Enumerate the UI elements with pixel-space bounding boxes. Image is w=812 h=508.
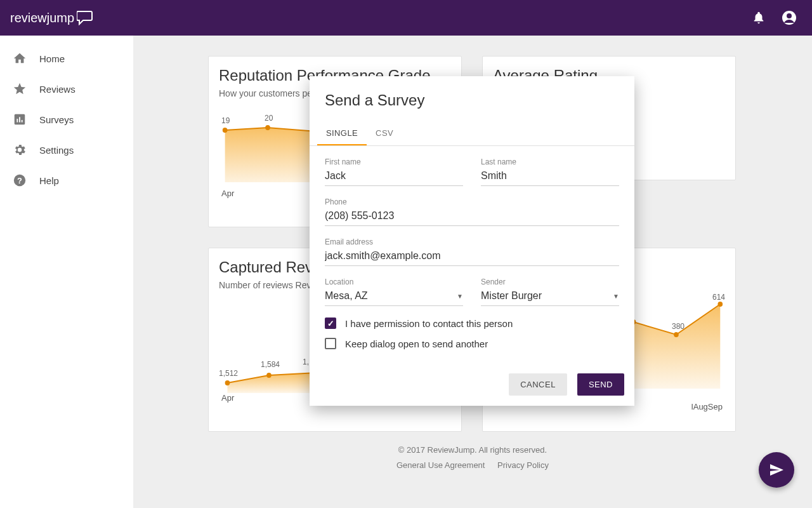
sidebar-item-label: Settings bbox=[39, 145, 74, 156]
account-icon bbox=[782, 10, 797, 25]
field-label: Email address bbox=[325, 237, 619, 246]
checkbox-icon bbox=[325, 338, 336, 349]
sidebar-item-settings[interactable]: Settings bbox=[0, 135, 133, 165]
svg-rect-5 bbox=[22, 120, 23, 123]
dialog-actions: CANCEL SEND bbox=[310, 366, 634, 406]
first-name-input[interactable] bbox=[325, 168, 463, 186]
logo-bubble-icon bbox=[77, 10, 95, 25]
gear-icon bbox=[13, 143, 27, 157]
first-name-field: First name bbox=[325, 157, 463, 186]
sidebar-item-help[interactable]: ? Help bbox=[0, 165, 133, 196]
svg-point-1 bbox=[787, 13, 792, 18]
bar-icon bbox=[13, 112, 27, 126]
email-input[interactable] bbox=[325, 248, 619, 266]
dialog-title: Send a Survey bbox=[325, 91, 619, 109]
star-icon bbox=[13, 82, 27, 96]
field-label: Sender bbox=[481, 277, 619, 286]
account-button[interactable] bbox=[776, 5, 802, 30]
dialog-tabs: SINGLE CSV bbox=[310, 122, 634, 146]
home-icon bbox=[13, 51, 27, 65]
field-label: Last name bbox=[481, 157, 619, 166]
sidebar-item-label: Surveys bbox=[39, 114, 74, 125]
top-bar: reviewjump bbox=[0, 0, 812, 36]
select-value: Mesa, AZ bbox=[325, 290, 368, 302]
location-select[interactable]: Mesa, AZ ▼ bbox=[325, 288, 463, 306]
phone-field: Phone bbox=[325, 197, 619, 226]
svg-text:?: ? bbox=[17, 176, 22, 185]
sidebar: Home Reviews Surveys Settings ? Help bbox=[0, 36, 133, 508]
tab-single[interactable]: SINGLE bbox=[317, 122, 367, 145]
checkbox-icon bbox=[325, 318, 336, 329]
last-name-field: Last name bbox=[481, 157, 619, 186]
bell-icon bbox=[752, 11, 766, 25]
chevron-down-icon: ▼ bbox=[613, 293, 619, 300]
sidebar-item-reviews[interactable]: Reviews bbox=[0, 74, 133, 104]
sidebar-item-label: Help bbox=[39, 175, 59, 186]
send-icon bbox=[769, 462, 784, 478]
sender-field: Sender Mister Burger ▼ bbox=[481, 277, 619, 306]
checkbox-label: Keep dialog open to send another bbox=[345, 338, 488, 349]
field-label: Location bbox=[325, 277, 463, 286]
last-name-input[interactable] bbox=[481, 168, 619, 186]
help-icon: ? bbox=[13, 173, 27, 187]
tab-csv[interactable]: CSV bbox=[367, 122, 402, 145]
send-button[interactable]: SEND bbox=[577, 373, 624, 396]
sidebar-item-label: Reviews bbox=[39, 84, 75, 95]
cancel-button[interactable]: CANCEL bbox=[509, 373, 567, 396]
phone-input[interactable] bbox=[325, 208, 619, 226]
sender-select[interactable]: Mister Burger ▼ bbox=[481, 288, 619, 306]
sidebar-item-home[interactable]: Home bbox=[0, 43, 133, 74]
notifications-button[interactable] bbox=[746, 5, 771, 30]
chevron-down-icon: ▼ bbox=[457, 293, 463, 300]
brand-text: reviewjump bbox=[10, 11, 74, 25]
email-field: Email address bbox=[325, 237, 619, 266]
logo: reviewjump bbox=[10, 10, 95, 25]
sidebar-item-label: Home bbox=[39, 53, 65, 64]
svg-rect-3 bbox=[16, 119, 18, 123]
field-label: Phone bbox=[325, 197, 619, 206]
location-field: Location Mesa, AZ ▼ bbox=[325, 277, 463, 306]
select-value: Mister Burger bbox=[481, 290, 542, 302]
keep-open-checkbox[interactable]: Keep dialog open to send another bbox=[325, 338, 619, 349]
svg-rect-4 bbox=[19, 117, 20, 122]
checkbox-label: I have permission to contact this person bbox=[345, 318, 513, 329]
sidebar-item-surveys[interactable]: Surveys bbox=[0, 104, 133, 135]
send-fab[interactable] bbox=[759, 452, 794, 488]
send-survey-dialog: Send a Survey SINGLE CSV First name Last… bbox=[310, 76, 634, 406]
field-label: First name bbox=[325, 157, 463, 166]
permission-checkbox[interactable]: I have permission to contact this person bbox=[325, 318, 619, 329]
